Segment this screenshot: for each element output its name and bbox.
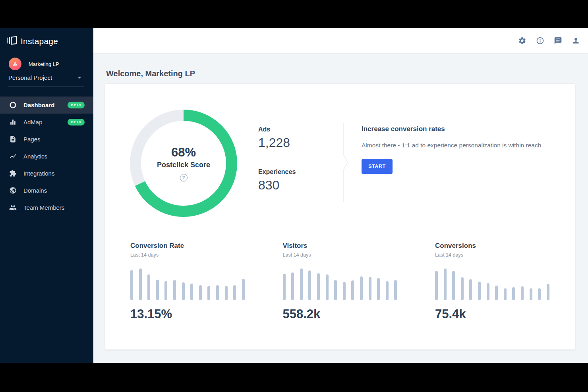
bar (495, 286, 498, 300)
postclick-score-donut: 68% Postclick Score ? (130, 110, 237, 217)
bar (504, 288, 507, 300)
bar (242, 279, 245, 300)
section-divider (343, 123, 348, 204)
bar (207, 286, 210, 300)
project-name: Personal Project (8, 74, 52, 81)
stat-experiences: Experiences 830 (258, 168, 296, 193)
top-header (93, 28, 588, 53)
chart-subtitle: Last 14 days (283, 252, 397, 258)
sidebar-item-dashboard[interactable]: Dashboard BETA (0, 97, 93, 114)
info-icon[interactable] (536, 36, 544, 45)
bar (530, 288, 532, 300)
donut-center: 68% Postclick Score ? (130, 110, 237, 217)
sidebar-item-label: Pages (23, 136, 85, 143)
letterbox-top (0, 0, 588, 28)
bar (182, 282, 185, 300)
cta-body: Almost there - 1:1 ad to experience pers… (362, 139, 548, 151)
sidebar: Instapage Marketing LP Personal Project … (0, 28, 93, 363)
project-dropdown[interactable]: Personal Project (8, 74, 84, 87)
workspace-selector[interactable]: Marketing LP (9, 58, 59, 70)
chart-total: 558.2k (283, 307, 397, 321)
bar (461, 277, 464, 300)
bar (190, 284, 193, 300)
chart-subtitle: Last 14 days (130, 252, 245, 258)
app-window: Instapage Marketing LP Personal Project … (0, 28, 588, 363)
bar (147, 274, 150, 300)
chevron-down-icon (77, 77, 81, 79)
page-title: Welcome, Marketing LP (106, 69, 195, 78)
bar (308, 270, 311, 300)
sidebar-item-label: Integrations (23, 170, 85, 177)
beta-badge: BETA (68, 119, 85, 126)
bar (547, 284, 549, 300)
bar (216, 285, 219, 300)
start-button[interactable]: START (362, 159, 393, 174)
workspace-avatar (9, 58, 21, 70)
chart-total: 13.15% (130, 307, 245, 321)
bar (469, 279, 472, 300)
dashboard-icon (9, 101, 17, 109)
mini-charts-row: Conversion Rate Last 14 days 13.15% Visi… (105, 242, 575, 321)
bar (360, 276, 363, 300)
stat-value: 1,228 (258, 135, 296, 150)
screen: { "brand": { "name": "Instapage" }, "wor… (0, 0, 588, 392)
sidebar-item-integrations[interactable]: Integrations (0, 165, 93, 182)
bar (291, 272, 294, 300)
stat-ads: Ads 1,228 (258, 126, 296, 150)
chart-title: Visitors (283, 242, 397, 250)
bar (139, 268, 142, 300)
bar (317, 273, 320, 300)
bar (343, 282, 346, 300)
bar (538, 288, 541, 300)
stats-column: Ads 1,228 Experiences 830 (258, 126, 296, 193)
letterbox-bottom (0, 363, 588, 392)
mini-chart-conversions: Conversions Last 14 days 75.4k (435, 242, 549, 321)
settings-icon[interactable] (518, 36, 526, 45)
sidebar-item-pages[interactable]: Pages (0, 131, 93, 148)
main-content: Welcome, Marketing LP 68% Postclick Scor… (93, 53, 588, 363)
integrations-icon (9, 170, 17, 178)
sidebar-item-admap[interactable]: AdMap BETA (0, 114, 93, 131)
bar (164, 281, 167, 300)
bar (444, 268, 447, 300)
bar (334, 280, 337, 300)
bar (487, 283, 489, 300)
postclick-score-value: 68% (171, 145, 196, 160)
domains-icon (9, 187, 17, 195)
postclick-score-label: Postclick Score (157, 161, 210, 169)
sidebar-item-label: Team Members (23, 204, 85, 211)
bar (300, 268, 303, 300)
sidebar-nav: Dashboard BETA AdMap BETA Pages (0, 97, 93, 216)
bar (156, 280, 159, 300)
brand-name: Instapage (21, 37, 58, 46)
bar (233, 285, 236, 300)
bar (435, 271, 438, 300)
sidebar-item-team-members[interactable]: Team Members (0, 199, 93, 216)
bar (351, 280, 354, 300)
sidebar-item-domains[interactable]: Domains (0, 182, 93, 199)
sidebar-item-analytics[interactable]: Analytics (0, 148, 93, 165)
chat-icon[interactable] (553, 36, 562, 45)
mini-chart-visitors: Visitors Last 14 days 558.2k (283, 242, 397, 321)
bar-chart (435, 268, 549, 300)
team-members-icon (9, 204, 17, 212)
analytics-icon (9, 153, 17, 160)
chart-title: Conversions (435, 242, 549, 250)
account-icon[interactable] (571, 36, 580, 45)
header-icons (518, 36, 580, 45)
chart-title: Conversion Rate (130, 242, 245, 250)
help-icon[interactable]: ? (180, 174, 188, 182)
workspace-name: Marketing LP (29, 61, 59, 67)
bar (130, 270, 133, 300)
bar (394, 280, 397, 300)
instapage-logo[interactable]: Instapage (7, 35, 58, 47)
bar (326, 274, 329, 300)
bar (225, 286, 228, 300)
bar (199, 285, 202, 300)
mini-chart-conversion-rate: Conversion Rate Last 14 days 13.15% (130, 242, 245, 321)
sidebar-item-label: AdMap (23, 119, 68, 126)
sidebar-item-label: Domains (23, 187, 85, 194)
stat-label: Ads (258, 126, 296, 133)
bar (512, 287, 515, 300)
bar (521, 286, 524, 300)
